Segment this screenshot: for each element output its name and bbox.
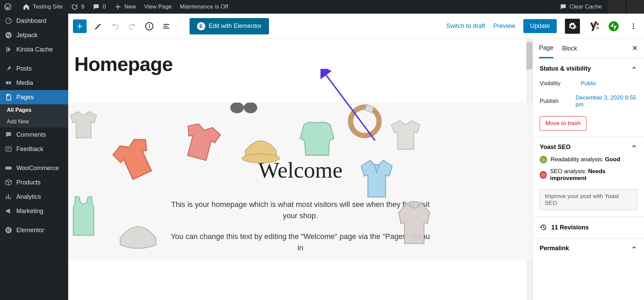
nav-comments[interactable]: Comments: [0, 127, 68, 142]
settings-sidebar: Page Block Status & visibility Visibilit…: [533, 39, 644, 300]
sketch-tee-orange-icon: [101, 125, 168, 193]
svg-point-16: [244, 103, 257, 113]
plus-icon: [76, 22, 84, 30]
sketch-hoodie-icon: [392, 198, 436, 249]
improve-yoast-button[interactable]: Improve your post with Yoast SEO: [540, 189, 637, 210]
update-button[interactable]: Update: [523, 19, 557, 33]
site-name-label: Testing Site: [33, 3, 63, 10]
svg-point-9: [597, 23, 599, 26]
edit-with-elementor-button[interactable]: E Edit with Elementor: [190, 18, 269, 34]
yoast-toggle-button[interactable]: [588, 20, 600, 32]
comments-menu[interactable]: 0: [88, 0, 110, 14]
adminbar-extra-2[interactable]: [627, 0, 644, 14]
redo-button[interactable]: [127, 21, 138, 32]
visibility-label: Visibility: [540, 80, 581, 87]
wordpress-icon: [4, 3, 12, 11]
nav-media[interactable]: Media: [0, 76, 68, 90]
svg-point-10: [597, 27, 599, 29]
comment-icon: [92, 3, 100, 11]
wp-logo[interactable]: [0, 0, 18, 14]
updates-menu[interactable]: 9: [67, 0, 88, 14]
switch-to-draft-link[interactable]: Switch to draft: [446, 22, 485, 30]
editor-toolbar: E Edit with Elementor Switch to draft Pr…: [68, 14, 644, 39]
nav-elementor[interactable]: Elementor: [0, 223, 68, 237]
jetpack-toggle-button[interactable]: [608, 20, 619, 32]
nav-kinsta-cache[interactable]: Kinsta Cache: [0, 42, 68, 57]
details-button[interactable]: [144, 21, 155, 32]
svg-point-12: [633, 23, 634, 25]
chevron-up-icon: [631, 244, 637, 252]
preview-link[interactable]: Preview: [493, 22, 515, 30]
panel-status-toggle[interactable]: Status & visibility: [540, 65, 637, 73]
nav-dashboard[interactable]: Dashboard: [0, 14, 68, 28]
svg-point-11: [609, 21, 618, 31]
nav-posts[interactable]: Posts: [0, 61, 68, 76]
close-settings-button[interactable]: [632, 44, 638, 53]
jetpack-icon: [5, 31, 12, 39]
info-icon: [145, 22, 154, 31]
undo-icon: [111, 22, 120, 31]
adminbar-extra-1[interactable]: [608, 0, 625, 14]
tab-block[interactable]: Block: [562, 40, 577, 58]
tab-page[interactable]: Page: [539, 39, 553, 58]
revisions-row[interactable]: 11 Revisions: [533, 217, 644, 238]
sketch-tee-grey-icon: [68, 106, 102, 144]
new-content-menu[interactable]: New: [110, 0, 140, 14]
svg-point-3: [6, 81, 9, 84]
megaphone-icon: [5, 207, 12, 215]
page-title[interactable]: Homepage: [74, 52, 526, 75]
nav-jetpack[interactable]: Jetpack: [0, 28, 68, 42]
redo-icon: [128, 22, 137, 31]
smile-icon: ☺: [540, 156, 547, 163]
block-editor: E Edit with Elementor Switch to draft Pr…: [68, 14, 644, 300]
panel-status-visibility: Status & visibility Visibility Public Pu…: [533, 59, 644, 137]
readability-row[interactable]: ☺ Readability analysis: Good: [540, 156, 637, 163]
publish-value-link[interactable]: December 3, 2020 9:55 pm: [575, 94, 637, 108]
elementor-icon: [5, 226, 12, 234]
site-name-menu[interactable]: Testing Site: [18, 0, 67, 14]
clear-cache-button[interactable]: Clear Cache: [555, 0, 606, 14]
refresh-icon: [71, 3, 78, 11]
yoast-icon: [589, 21, 599, 31]
panel-yoast-toggle[interactable]: Yoast SEO: [540, 143, 637, 151]
gauge-icon: [5, 17, 12, 25]
hero-block[interactable]: Welcome This is your homepage which is w…: [68, 103, 533, 259]
add-block-button[interactable]: [73, 19, 87, 33]
scrollbar-thumb[interactable]: [526, 42, 533, 70]
maintenance-toggle[interactable]: Maintenance is Off: [176, 0, 232, 14]
seo-analysis-row[interactable]: ☹ SEO analysis: Needs improvement: [540, 168, 637, 182]
nav-pages-all[interactable]: All Pages: [0, 104, 68, 116]
sketch-sunglasses-icon: [228, 103, 259, 118]
panel-permalink-toggle[interactable]: Permalink: [540, 244, 637, 252]
svg-point-18: [242, 154, 279, 163]
svg-point-19: [346, 103, 383, 139]
outline-button[interactable]: [161, 21, 172, 32]
nav-products[interactable]: Products: [0, 175, 68, 190]
home-icon: [23, 3, 30, 11]
frown-icon: ☹: [540, 171, 547, 179]
sketch-belt-icon: [339, 103, 390, 146]
gear-icon: [568, 22, 577, 31]
settings-toggle-button[interactable]: [565, 19, 580, 34]
nav-woocommerce[interactable]: WooCommerce: [0, 161, 68, 175]
comments-count: 0: [103, 3, 106, 10]
nav-feedback[interactable]: Feedback: [0, 142, 68, 156]
nav-pages-add[interactable]: Add New: [0, 116, 68, 127]
nav-marketing[interactable]: Marketing: [0, 204, 68, 218]
view-page-link[interactable]: View Page: [140, 0, 176, 14]
svg-point-0: [5, 4, 11, 10]
svg-rect-17: [242, 106, 245, 108]
sketch-tee-red-icon: [172, 112, 230, 171]
tools-select-button[interactable]: [93, 21, 104, 32]
sketch-cap-icon: [239, 130, 283, 167]
woo-icon: [5, 164, 12, 172]
nav-pages[interactable]: Pages: [0, 90, 68, 104]
pencil-icon: [94, 22, 103, 31]
undo-button[interactable]: [110, 21, 121, 32]
visibility-value-link[interactable]: Public: [581, 80, 596, 87]
move-to-trash-button[interactable]: Move to trash: [540, 116, 586, 131]
panel-yoast-seo: Yoast SEO ☺ Readability analysis: Good ☹…: [533, 137, 644, 217]
publish-label: Publish: [540, 98, 575, 105]
nav-analytics[interactable]: Analytics: [0, 190, 68, 204]
more-options-button[interactable]: [628, 20, 639, 32]
